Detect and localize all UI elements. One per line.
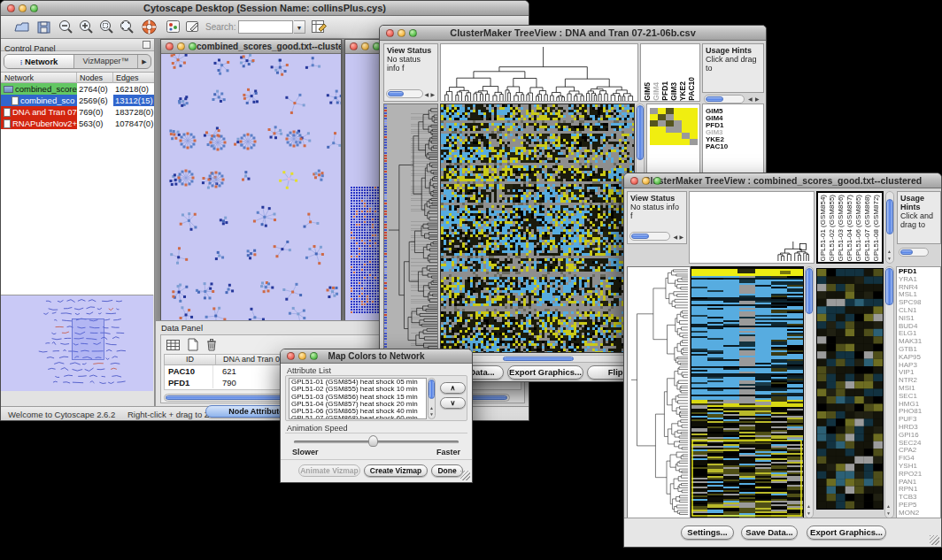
gene-label[interactable]: HRD3 [899, 424, 940, 432]
gene-label[interactable]: YKE2 [706, 136, 763, 143]
birdseye-view[interactable] [1, 295, 153, 391]
save-icon[interactable] [36, 19, 52, 35]
scroll-left-icon[interactable]: ◀ [424, 91, 429, 98]
gene-label[interactable]: KAP95 [899, 354, 940, 362]
scroll-down-icon[interactable]: ▼ [887, 256, 892, 261]
scroll-left-icon[interactable]: ◀ [673, 234, 677, 241]
done-button[interactable]: Done [431, 464, 463, 477]
scroll-up-icon[interactable]: ▲ [429, 405, 434, 410]
resize-grip[interactable] [460, 471, 470, 480]
array-label[interactable]: GPL51-03 (GSM856) [837, 195, 845, 262]
gene-label[interactable]: TCB3 [899, 494, 940, 502]
network-rows[interactable]: combined_scores2764(0)16218(0)combined_s… [1, 83, 154, 129]
gene-label[interactable]: MAK31 [899, 338, 940, 346]
gene-label[interactable]: GTB1 [899, 346, 940, 354]
array-label[interactable]: GIM5 [643, 82, 652, 101]
zoom-out-icon[interactable] [58, 19, 74, 35]
attribute-editor-icon[interactable] [311, 19, 328, 35]
main-titlebar[interactable]: Cytoscape Desktop (Session Name: collins… [1, 1, 529, 16]
gene-label[interactable]: RPO21 [899, 471, 940, 479]
close-icon[interactable] [7, 4, 15, 12]
array-label[interactable]: GPL51-02 (GSM855) [828, 195, 837, 262]
scroll-right-icon[interactable]: ▶ [755, 96, 760, 103]
gene-label[interactable]: RPN1 [899, 486, 940, 494]
zoom-window-icon[interactable] [310, 352, 318, 360]
tv2-gene-dendrogram[interactable] [627, 266, 691, 518]
tv1-export-graphics-button[interactable]: Export Graphics... [507, 365, 583, 380]
array-label[interactable]: GPL51-01 (GSM854) [819, 195, 828, 262]
gene-label[interactable]: PAC10 [706, 143, 763, 150]
scroll-down-icon[interactable]: ▼ [807, 510, 811, 516]
gene-label[interactable]: NTR2 [899, 377, 940, 385]
window-controls[interactable] [7, 4, 38, 12]
trash-icon[interactable] [205, 337, 219, 352]
gene-label[interactable]: MSL1 [899, 291, 940, 299]
minimize-icon[interactable] [298, 352, 306, 360]
zoom-window-icon[interactable] [189, 42, 197, 50]
gene-label[interactable]: PAN1 [899, 479, 940, 487]
array-label[interactable]: PFD1 [660, 81, 669, 101]
tab-network[interactable]: ⁝ Network [4, 55, 74, 68]
array-label[interactable]: GIM4 [652, 82, 660, 101]
tv1-heatmap[interactable] [440, 104, 635, 353]
gene-label[interactable]: FIG4 [899, 455, 940, 463]
scroll-left-icon[interactable]: ◀ [748, 96, 753, 103]
tab-vizmapper[interactable]: VizMapper™ [74, 55, 138, 68]
network-canvas[interactable] [161, 54, 341, 320]
table-grid-icon[interactable] [166, 338, 181, 352]
zoom-window-icon[interactable] [30, 4, 38, 12]
zoom-window-icon[interactable] [409, 29, 417, 37]
minimize-icon[interactable] [177, 42, 185, 50]
minimize-icon[interactable] [19, 4, 27, 12]
search-dropdown-arrow-icon[interactable]: ▼ [294, 20, 305, 34]
gene-label[interactable]: SPC98 [899, 299, 940, 307]
scroll-up-icon[interactable]: ▲ [886, 503, 891, 509]
open-folder-icon[interactable] [13, 19, 31, 35]
zoom-selected-icon[interactable] [98, 19, 115, 35]
new-document-icon[interactable] [186, 337, 200, 352]
gene-label[interactable]: RNR4 [899, 284, 940, 292]
attribute-list[interactable]: GPL51-01 (GSM854) heat shock 05 minGPL51… [289, 378, 427, 419]
scroll-up-icon[interactable]: ▲ [887, 249, 892, 254]
scroll-down-icon[interactable]: ▼ [429, 411, 434, 417]
gene-label[interactable]: PUF3 [899, 416, 940, 424]
gene-label[interactable]: SEC1 [899, 393, 940, 401]
gene-label[interactable]: MON2 [899, 510, 940, 518]
tv2-array-dendrogram[interactable] [689, 191, 815, 264]
gene-label[interactable]: GIM5 [706, 108, 763, 115]
zoom-window-icon[interactable] [653, 177, 661, 185]
tv2-global-vscrollbar[interactable]: ▲▼ [805, 266, 814, 518]
scroll-down-icon[interactable]: ▼ [886, 510, 891, 516]
array-label[interactable]: YKE2 [678, 81, 687, 101]
tv2-settings-button[interactable]: Settings... [681, 525, 734, 540]
move-up-button[interactable]: ∧ [440, 382, 466, 394]
animate-vizmap-button[interactable]: Animate Vizmap [298, 464, 360, 477]
network-row[interactable]: combined_sco2569(6)13112(15) [1, 95, 154, 106]
tv2-zoom-vscrollbar[interactable]: ▲▼ [884, 266, 894, 518]
attribute-item[interactable]: GPL51-07 (GSM868) heat shock 60 min [290, 415, 426, 419]
minimize-icon[interactable] [398, 29, 405, 37]
array-label[interactable]: GPL51-04 (GSM857) [845, 195, 854, 262]
tv2-zoom-heatmap[interactable] [816, 268, 884, 510]
tv2-save-data-button[interactable]: Save Data... [741, 525, 798, 540]
tv2-usage-scrollbar[interactable] [899, 248, 929, 257]
gene-label[interactable]: SEC24 [899, 440, 940, 448]
create-vizmap-button[interactable]: Create Vizmap [364, 464, 428, 477]
tv2-status-scrollbar[interactable] [629, 232, 670, 241]
gene-label[interactable]: YRA1 [899, 276, 940, 284]
tv1-array-dendrogram[interactable] [440, 43, 638, 102]
close-icon[interactable] [630, 177, 638, 185]
annotation-icon[interactable] [185, 19, 202, 35]
gene-label[interactable]: NIS1 [899, 315, 940, 323]
gene-label[interactable]: PHO81 [899, 408, 940, 416]
tv1-gene-dendrogram[interactable] [383, 104, 438, 353]
minimize-icon[interactable] [642, 177, 650, 185]
gene-label[interactable]: PFD1 [706, 122, 763, 129]
network-row[interactable]: combined_scores2764(0)16218(0) [1, 83, 154, 95]
tv1-array-labels[interactable]: GIM5GIM4PFD1GIM3YKE2PAC10 [640, 43, 700, 102]
attribute-item[interactable]: GPL51-06 (GSM865) heat shock 40 min [290, 408, 426, 415]
tv2-global-heatmap[interactable] [691, 266, 804, 518]
gene-label[interactable]: PEP5 [899, 502, 940, 510]
gene-label[interactable]: BUD4 [899, 323, 940, 331]
gene-label[interactable]: PFD1 [899, 268, 940, 276]
